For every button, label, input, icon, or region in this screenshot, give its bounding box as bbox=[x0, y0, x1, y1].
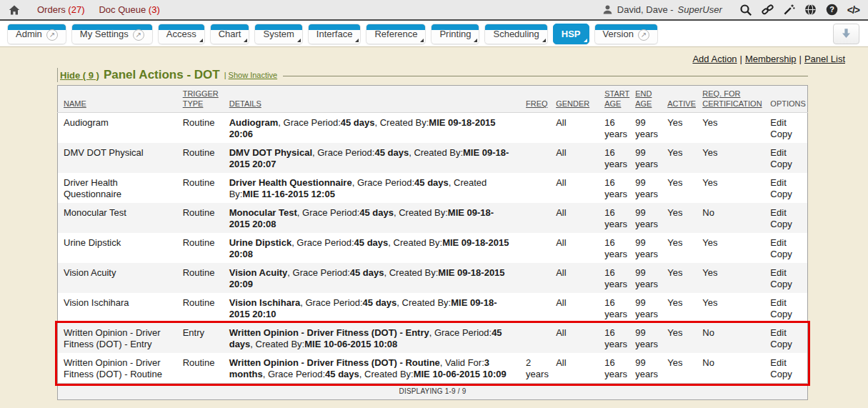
cell-req-for-certification: Yes bbox=[697, 293, 764, 323]
globe-icon[interactable] bbox=[804, 4, 817, 16]
copy-link[interactable]: Copy bbox=[770, 129, 802, 140]
cell-req-for-certification: Yes bbox=[697, 143, 764, 173]
cell-trigger-type: Routine bbox=[177, 173, 224, 203]
cell-end-age: 99 years bbox=[629, 203, 662, 233]
cell-gender: All bbox=[550, 233, 599, 263]
link-panel-list[interactable]: Panel List bbox=[804, 54, 845, 64]
column-header-trigger-type[interactable]: TRIGGER TYPE bbox=[177, 86, 224, 113]
tab-hsp[interactable]: HSP bbox=[553, 24, 589, 44]
link-icon[interactable] bbox=[762, 4, 774, 16]
dropdown-corner-icon bbox=[420, 39, 424, 42]
column-header-label: START AGE bbox=[604, 89, 629, 108]
edit-link[interactable]: Edit bbox=[770, 117, 802, 129]
cell-start-age: 16 years bbox=[599, 203, 629, 233]
edit-link[interactable]: Edit bbox=[770, 177, 802, 189]
tab-label: System bbox=[263, 29, 294, 39]
copy-link[interactable]: Copy bbox=[770, 159, 802, 170]
cell-gender: All bbox=[550, 143, 599, 173]
column-header-freq[interactable]: FREQ bbox=[520, 86, 550, 113]
cell-details: Written Opinion - Driver Fitness (DOT) -… bbox=[224, 353, 520, 384]
user-icon bbox=[602, 4, 613, 15]
tab-access[interactable]: Access bbox=[158, 24, 205, 44]
tab-label: Interface bbox=[316, 29, 353, 39]
column-header-start-age[interactable]: START AGE bbox=[599, 86, 629, 113]
tab-reference[interactable]: Reference bbox=[366, 24, 426, 44]
cell-end-age: 99 years bbox=[629, 353, 662, 384]
nav-label: Orders bbox=[37, 4, 68, 15]
cell-name: Audiogram bbox=[58, 113, 177, 144]
tab-version[interactable]: Version↗ bbox=[594, 24, 658, 44]
cell-options: EditCopy bbox=[764, 113, 807, 144]
cell-details: Urine Dipstick, Grace Period:45 days, Cr… bbox=[224, 233, 520, 263]
cell-freq bbox=[520, 143, 550, 173]
column-header-details[interactable]: DETAILS bbox=[224, 86, 520, 113]
tab-system[interactable]: System bbox=[254, 24, 302, 44]
details-segment: Vision Acuity bbox=[229, 267, 288, 278]
edit-link[interactable]: Edit bbox=[770, 357, 802, 369]
legend-line bbox=[283, 76, 808, 76]
copy-link[interactable]: Copy bbox=[770, 309, 802, 320]
copy-link[interactable]: Copy bbox=[770, 189, 802, 200]
tabstrip: Admin↗My Settings↗AccessChartSystemInter… bbox=[0, 21, 868, 47]
code-icon[interactable]: </> bbox=[847, 4, 859, 16]
column-header-name[interactable]: NAME bbox=[58, 86, 177, 113]
table-row: Written Opinion - Driver Fitness (DOT) -… bbox=[58, 353, 808, 384]
edit-link[interactable]: Edit bbox=[770, 267, 802, 279]
edit-link[interactable]: Edit bbox=[770, 237, 802, 249]
tab-my-settings[interactable]: My Settings↗ bbox=[71, 24, 153, 44]
copy-link[interactable]: Copy bbox=[770, 249, 802, 260]
tab-chart[interactable]: Chart bbox=[210, 24, 250, 44]
show-inactive-link[interactable]: Show Inactive bbox=[229, 71, 277, 79]
tab-label: My Settings bbox=[80, 29, 129, 39]
user-menu[interactable]: David, Dave - SuperUser bbox=[602, 4, 722, 15]
edit-link[interactable]: Edit bbox=[770, 297, 802, 309]
column-header-gender[interactable]: GENDER bbox=[550, 86, 599, 113]
search-icon[interactable] bbox=[739, 4, 752, 16]
hide-panel-link[interactable]: Hide ( 9 ) bbox=[60, 70, 99, 81]
details-segment: , Grace Period: bbox=[297, 207, 359, 218]
tab-scheduling[interactable]: Scheduling bbox=[484, 24, 547, 44]
cell-details: Audiogram, Grace Period:45 days, Created… bbox=[224, 113, 520, 144]
details-segment: , Created By: bbox=[388, 237, 442, 248]
help-icon[interactable]: ? bbox=[826, 4, 838, 16]
edit-link[interactable]: Edit bbox=[770, 327, 802, 339]
tab-overflow-button[interactable] bbox=[833, 24, 859, 44]
details-segment: Written Opinion - Driver Fitness (DOT) -… bbox=[229, 357, 440, 368]
column-header-req-for-certification[interactable]: REQ. FOR CERTIFICATION bbox=[697, 86, 764, 113]
column-header-label: END AGE bbox=[635, 89, 652, 108]
column-header-active[interactable]: ACTIVE bbox=[662, 86, 697, 113]
tab-admin[interactable]: Admin↗ bbox=[7, 24, 66, 44]
edit-link[interactable]: Edit bbox=[770, 147, 802, 159]
cell-start-age: 16 years bbox=[599, 233, 629, 263]
details-segment: , Valid For: bbox=[440, 357, 484, 368]
details-segment: , Grace Period: bbox=[300, 297, 362, 308]
column-header-label: ACTIVE bbox=[667, 99, 696, 108]
cell-freq bbox=[520, 263, 550, 293]
cell-req-for-certification: No bbox=[697, 353, 764, 384]
details-segment: , Created By: bbox=[409, 147, 463, 158]
topbar-nav-orders[interactable]: Orders (27) bbox=[37, 4, 84, 15]
edit-link[interactable]: Edit bbox=[770, 207, 802, 219]
copy-link[interactable]: Copy bbox=[770, 339, 802, 350]
details-segment: MIE 10-06-2015 10:08 bbox=[304, 339, 397, 349]
dropdown-corner-icon bbox=[584, 39, 587, 42]
cell-name: Written Opinion - Driver Fitness (DOT) -… bbox=[58, 323, 177, 353]
tab-interface[interactable]: Interface bbox=[308, 24, 361, 44]
copy-link[interactable]: Copy bbox=[770, 369, 802, 380]
cell-req-for-certification: Yes bbox=[697, 113, 764, 144]
wand-icon[interactable] bbox=[783, 4, 795, 16]
link-add-action[interactable]: Add Action bbox=[692, 54, 737, 64]
home-icon[interactable] bbox=[9, 4, 20, 16]
copy-link[interactable]: Copy bbox=[770, 279, 802, 290]
column-header-end-age[interactable]: END AGE bbox=[629, 86, 662, 113]
details-segment: , Grace Period: bbox=[278, 117, 340, 128]
tab-printing[interactable]: Printing bbox=[431, 24, 479, 44]
column-header-label: OPTIONS bbox=[770, 99, 806, 108]
panel-action-links: Add Action|Membership|Panel List bbox=[0, 47, 868, 64]
copy-link[interactable]: Copy bbox=[770, 219, 802, 230]
link-membership[interactable]: Membership bbox=[745, 54, 797, 64]
cell-freq bbox=[520, 293, 550, 323]
topbar-nav-doc-queue[interactable]: Doc Queue (3) bbox=[99, 4, 159, 15]
cell-options: EditCopy bbox=[764, 263, 807, 293]
cell-end-age: 99 years bbox=[629, 233, 662, 263]
